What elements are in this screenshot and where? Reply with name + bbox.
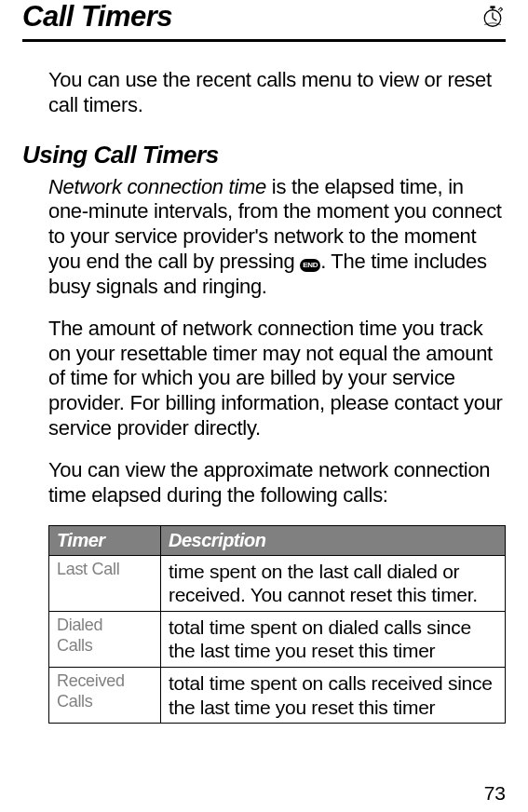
timer-name: Dialed Calls: [49, 611, 161, 667]
network-time-para: Network connection time is the elapsed t…: [22, 175, 506, 300]
table-row: Received Calls total time spent on calls…: [49, 668, 506, 724]
timer-name: Last Call: [49, 555, 161, 611]
timer-name: Received Calls: [49, 668, 161, 724]
title-underline: [22, 39, 506, 42]
timer-desc: total time spent on calls received since…: [161, 668, 506, 724]
stopwatch-icon: [480, 2, 506, 28]
table-row: Last Call time spent on the last call di…: [49, 555, 506, 611]
col-timer: Timer: [49, 525, 161, 555]
intro-text: You can use the recent calls menu to vie…: [22, 68, 506, 118]
page-title: Call Timers: [22, 0, 172, 37]
timer-table: Timer Description Last Call time spent o…: [48, 525, 506, 724]
page-number: 73: [484, 782, 506, 805]
billing-para: The amount of network connection time yo…: [22, 317, 506, 441]
col-description: Description: [161, 525, 506, 555]
italic-term: Network connection time: [48, 175, 266, 198]
table-header-row: Timer Description: [49, 525, 506, 555]
timer-desc: time spent on the last call dialed or re…: [161, 555, 506, 611]
table-row: Dialed Calls total time spent on dialed …: [49, 611, 506, 667]
end-key-icon: END: [300, 259, 320, 272]
view-para: You can view the approximate network con…: [22, 458, 506, 508]
svg-rect-3: [490, 6, 494, 8]
timer-desc: total time spent on dialed calls since t…: [161, 611, 506, 667]
section-heading: Using Call Timers: [22, 141, 506, 169]
svg-line-2: [493, 19, 496, 21]
